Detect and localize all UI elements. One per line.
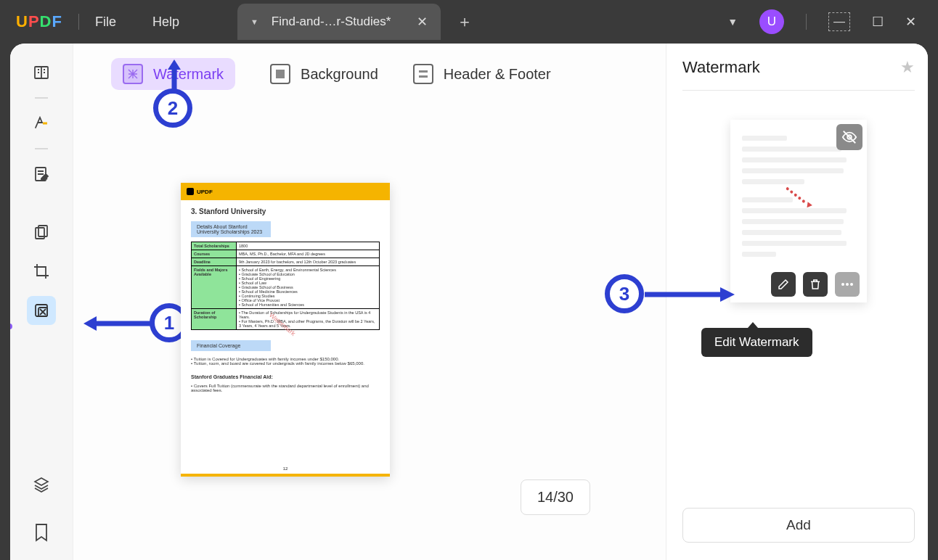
page-counter[interactable]: 14/30: [521, 479, 590, 515]
doc-page-num: 12: [283, 466, 288, 471]
minimize-button[interactable]: —: [828, 12, 850, 31]
body-frame: Watermark Background Header & Footer 2: [10, 44, 928, 560]
edit-watermark-button[interactable]: [771, 272, 796, 297]
side-sep2: [35, 148, 48, 149]
side-toolbar: [10, 44, 73, 560]
maximize-button[interactable]: ☐: [872, 14, 884, 30]
favorite-icon[interactable]: ★: [900, 58, 915, 77]
doc-fin-list: • Tuition is Covered for Undergraduates …: [191, 357, 380, 366]
app-logo: UPDF: [16, 12, 62, 31]
annotation-2-arrow: [166, 58, 183, 91]
doc-table: Total Scholarships1800 CoursesMBA, MS, P…: [191, 242, 380, 330]
annotation-1-arrow: [81, 313, 150, 334]
delete-watermark-button[interactable]: [803, 272, 828, 297]
tab-dropdown-icon[interactable]: ▼: [250, 17, 258, 26]
svg-point-12: [850, 283, 853, 286]
menu-file[interactable]: File: [95, 15, 116, 30]
window-controls: ▼ U — ☐ ✕: [727, 9, 916, 34]
svg-point-10: [841, 283, 844, 286]
svg-rect-7: [419, 70, 428, 73]
visibility-off-icon[interactable]: [836, 124, 862, 150]
add-tab-button[interactable]: ＋: [457, 11, 473, 33]
doc-fin-aid-txt: • Covers Full Tuition (commensurate with…: [191, 384, 380, 392]
tab-close-icon[interactable]: ✕: [417, 14, 428, 30]
document-tab[interactable]: ▼ Find-and-…r-Studies* ✕: [237, 4, 441, 40]
close-button[interactable]: ✕: [905, 14, 916, 30]
menu-help[interactable]: Help: [152, 15, 179, 30]
layers-tool[interactable]: [27, 470, 56, 499]
avatar-letter: U: [767, 15, 776, 29]
menu-divider: [78, 14, 79, 30]
annotation-2: 2: [153, 88, 192, 128]
titlebar: UPDF File Help ▼ Find-and-…r-Studies* ✕ …: [0, 0, 938, 44]
edit-watermark-tooltip: Edit Watermark: [701, 328, 812, 357]
headerfooter-icon: [413, 64, 433, 84]
tabbar: ▼ Find-and-…r-Studies* ✕ ＋: [237, 4, 473, 40]
svg-rect-6: [276, 70, 285, 78]
annotation-3: 3: [605, 274, 644, 313]
doc-fin-aid-hdr: Stanford Graduates Financial Aid:: [191, 374, 380, 379]
comment-tool[interactable]: [27, 109, 56, 138]
edit-tool[interactable]: [27, 160, 56, 189]
chevron-down-icon[interactable]: ▼: [727, 16, 738, 28]
svg-rect-8: [419, 75, 428, 78]
right-panel: Watermark ★: [666, 44, 928, 560]
doc-brand: UPDF: [197, 189, 213, 195]
controls-divider: [806, 14, 807, 30]
side-sep: [35, 97, 48, 99]
user-avatar[interactable]: U: [759, 9, 784, 34]
reader-tool[interactable]: [27, 58, 56, 87]
tab-background-label: Background: [301, 66, 378, 83]
tab-headerfooter-label: Header & Footer: [444, 66, 551, 83]
right-panel-title: Watermark: [682, 58, 760, 77]
organize-tool[interactable]: [27, 218, 56, 247]
doc-blue-box: Details About Stanford University Schola…: [191, 221, 271, 237]
svg-point-11: [846, 283, 849, 286]
doc-heading: 3. Stanford University: [191, 207, 380, 215]
tab-watermark-label: Watermark: [153, 66, 224, 83]
background-icon: [270, 64, 290, 84]
crop-tool[interactable]: [27, 257, 56, 286]
tab-background[interactable]: Background: [270, 64, 378, 84]
tab-title: Find-and-…r-Studies*: [272, 15, 391, 29]
doc-fin-box: Financial Coverage: [191, 340, 271, 351]
watermark-thumbnail[interactable]: [730, 120, 867, 302]
annotation-3-arrow: [645, 284, 736, 305]
page-tools[interactable]: [27, 296, 56, 325]
bookmark-tool[interactable]: [27, 518, 56, 547]
add-watermark-button[interactable]: Add: [682, 508, 915, 543]
more-watermark-button[interactable]: [835, 272, 860, 297]
stage: Watermark Background Header & Footer 2: [73, 44, 666, 560]
top-tabs: Watermark Background Header & Footer: [73, 44, 666, 97]
document-preview[interactable]: UPDF 3. Stanford University Details Abou…: [181, 183, 390, 477]
tab-header-footer[interactable]: Header & Footer: [413, 64, 551, 84]
watermark-icon: [123, 64, 143, 84]
indicator-dot: [10, 324, 12, 329]
